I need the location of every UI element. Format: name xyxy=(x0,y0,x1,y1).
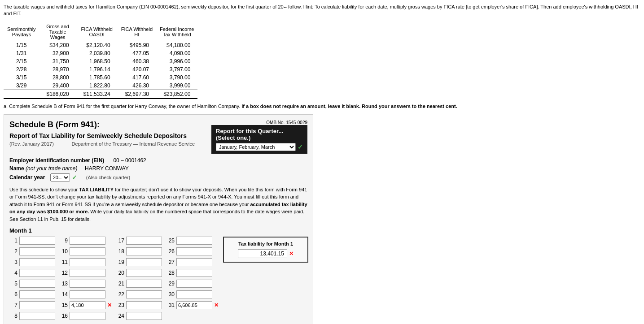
day-3: 3 xyxy=(9,258,55,266)
day-6: 6 xyxy=(9,290,55,298)
day-1-input[interactable] xyxy=(19,237,55,245)
day-9-input[interactable] xyxy=(70,237,105,245)
also-check: (Also check quarter) xyxy=(86,175,130,180)
day-10-input[interactable] xyxy=(70,247,105,255)
name-note: (not your trade name) xyxy=(26,165,77,172)
calendar-label: Calendar year xyxy=(9,174,45,181)
note-letter: a. xyxy=(4,104,9,109)
ein-value: 00 – 0001462 xyxy=(113,157,146,164)
name-label: Name xyxy=(9,165,24,172)
day-2-input[interactable] xyxy=(19,247,55,255)
note: a. Complete Schedule B of Form 941 for t… xyxy=(4,104,640,109)
day-14-input[interactable] xyxy=(70,290,105,298)
quarter-box: Report for this Quarter... (Select one.)… xyxy=(211,125,307,154)
day-9: 9 xyxy=(60,237,112,245)
tax-liability-box: Tax liability for Month 1 ✕ xyxy=(223,237,308,263)
day-20-input[interactable] xyxy=(126,269,162,277)
col1: 1 2 3 4 5 xyxy=(9,237,55,321)
col-wages: Gross andTaxableWages xyxy=(39,23,76,41)
day-21: 21 xyxy=(116,280,162,288)
tax-liability-input[interactable] xyxy=(238,249,287,258)
day-1: 1 xyxy=(9,237,55,245)
day-4: 4 xyxy=(9,269,55,277)
day-22-input[interactable] xyxy=(126,290,162,298)
day-22: 22 xyxy=(116,290,162,298)
calendar-row: Calendar year 20-- ✓ (Also check quarter… xyxy=(9,173,307,181)
table-row: 1/3132,9002,039.80477.054,090.00 xyxy=(4,49,197,57)
omb-number: OMB No. 1545-0029 xyxy=(211,120,307,125)
day-5-input[interactable] xyxy=(19,280,55,288)
day-31: 31 ✕ xyxy=(166,301,219,309)
day-19-input[interactable] xyxy=(126,258,162,266)
month1-section: Month 1 1 2 3 4 xyxy=(9,227,307,321)
day-11: 11 xyxy=(60,258,112,266)
day-19: 19 xyxy=(116,258,162,266)
note-bold: If a box does not require an amount, lea… xyxy=(241,104,457,109)
day-15: 15 ✕ xyxy=(60,301,112,309)
day-21-input[interactable] xyxy=(126,280,162,288)
day-5: 5 xyxy=(9,280,55,288)
instructions: Use this schedule to show your TAX LIABI… xyxy=(9,186,307,223)
quarter-select[interactable]: January, February, March April, May, Jun… xyxy=(216,143,296,151)
day-8: 8 xyxy=(9,312,55,320)
quarter-title: Report for this Quarter... xyxy=(216,128,303,134)
schedule-rev: (Rev. January 2017) Department of the Tr… xyxy=(9,141,195,147)
intro-text: The taxable wages and withheld taxes for… xyxy=(4,4,640,17)
day-2: 2 xyxy=(9,247,55,255)
calendar-year-select[interactable]: 20-- xyxy=(50,173,70,181)
table-total-row: $186,020$11,533.24$2,697.30$23,852.00 xyxy=(4,90,197,99)
schedule-box: Schedule B (Form 941): Report of Tax Lia… xyxy=(4,114,313,324)
day-11-input[interactable] xyxy=(70,258,105,266)
col2: 9 10 11 12 13 xyxy=(60,237,112,321)
day-23-input[interactable] xyxy=(126,301,162,309)
tax-liability-title: Tax liability for Month 1 xyxy=(228,241,304,246)
calendar-check-icon: ✓ xyxy=(72,174,77,181)
col-payday: SemimonthlyPaydays xyxy=(4,23,39,41)
day-31-input[interactable] xyxy=(176,301,212,309)
day-15-input[interactable] xyxy=(70,301,105,309)
quarter-subtitle: (Select one.) xyxy=(216,134,303,141)
day-26-input[interactable] xyxy=(176,247,212,255)
tax-liability-x-icon: ✕ xyxy=(289,251,294,257)
day-16: 16 xyxy=(60,312,112,320)
day-30-input[interactable] xyxy=(176,290,212,298)
day-12-input[interactable] xyxy=(70,269,105,277)
day-27-input[interactable] xyxy=(176,258,212,266)
day-14: 14 xyxy=(60,290,112,298)
col3: 17 18 19 20 21 xyxy=(116,237,162,321)
day-17: 17 xyxy=(116,237,162,245)
day-24: 24 xyxy=(116,312,162,320)
col-fit: Federal IncomeTax Withheld xyxy=(156,23,197,41)
day-24-input[interactable] xyxy=(126,312,162,320)
name-value: HARRY CONWAY xyxy=(85,165,129,172)
day-7: 7 xyxy=(9,301,55,309)
name-field: Name (not your trade name) HARRY CONWAY xyxy=(9,165,307,172)
table-row: 2/1531,7501,968.50460.383,996.00 xyxy=(4,57,197,65)
day-13-input[interactable] xyxy=(70,280,105,288)
payroll-table: SemimonthlyPaydays Gross andTaxableWages… xyxy=(4,23,197,99)
day-7-input[interactable] xyxy=(19,301,55,309)
day-16-input[interactable] xyxy=(70,312,105,320)
day-18: 18 xyxy=(116,247,162,255)
day-29-input[interactable] xyxy=(176,280,212,288)
col-hi: FICA WithheldHI xyxy=(118,23,156,41)
day-3-input[interactable] xyxy=(19,258,55,266)
day-18-input[interactable] xyxy=(126,247,162,255)
note-text: Complete Schedule B of Form 941 for the … xyxy=(9,104,241,109)
day-30: 30 xyxy=(166,290,219,298)
day-6-input[interactable] xyxy=(19,290,55,298)
ein-field: Employer identification number (EIN) 00 … xyxy=(9,157,307,164)
day-31-x-icon: ✕ xyxy=(214,302,219,308)
day-8-input[interactable] xyxy=(19,312,55,320)
day-28-input[interactable] xyxy=(176,269,212,277)
day-28: 28 xyxy=(166,269,219,277)
table-row: 3/1528,8001,785.60417.603,790.00 xyxy=(4,73,197,82)
day-17-input[interactable] xyxy=(126,237,162,245)
schedule-dept: Department of the Treasury — Internal Re… xyxy=(72,141,195,147)
day-23: 23 xyxy=(116,301,162,309)
day-25-input[interactable] xyxy=(176,237,212,245)
day-4-input[interactable] xyxy=(19,269,55,277)
day-29: 29 xyxy=(166,280,219,288)
table-row: 3/2929,4001,822.80426.303,999.00 xyxy=(4,82,197,90)
day-13: 13 xyxy=(60,280,112,288)
